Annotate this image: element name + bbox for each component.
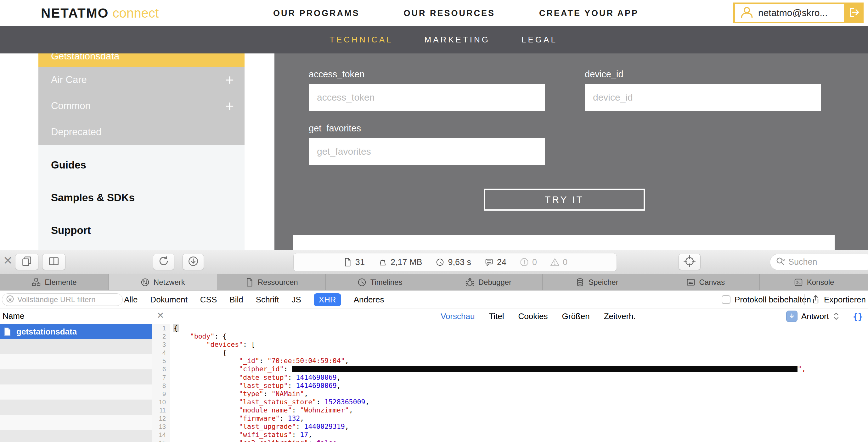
access-token-input[interactable]: [309, 84, 545, 111]
sidebar-item-support[interactable]: Support: [38, 214, 245, 247]
code-token: "last_upgrade": [239, 422, 296, 430]
json-preview[interactable]: 1{2 "body": {3 "devices": [4 {5 "_id": "…: [152, 324, 868, 442]
resource-stats: 312,17 MB9,63 s2400: [293, 253, 617, 271]
split-view-button[interactable]: [42, 254, 65, 270]
export-button[interactable]: Exportieren: [811, 291, 866, 308]
doc-nav: TECHNICALMARKETINGLEGAL: [0, 26, 868, 54]
code-token: [174, 398, 239, 406]
detach-inspector-button[interactable]: [15, 254, 38, 270]
code-line: 9 "type": "NAMain",: [152, 390, 868, 398]
sidebar-item-getstationsdata[interactable]: Getstationsdata: [38, 54, 245, 67]
inspector-search: [770, 254, 868, 270]
code-token: [174, 340, 207, 348]
netatmo-logo[interactable]: NETATMOconnect: [41, 6, 159, 21]
preserve-log-checkbox[interactable]: [722, 295, 731, 304]
download-button[interactable]: [183, 254, 204, 270]
plus-icon[interactable]: +: [225, 99, 234, 113]
response-tab-cookies[interactable]: Cookies: [518, 311, 548, 321]
sidebar-item-guides[interactable]: Guides: [38, 149, 245, 181]
network-filter-bar: AlleDokumentCSSBildSchriftJSXHRAnderes P…: [0, 291, 868, 308]
filter-chip-css[interactable]: CSS: [200, 295, 217, 305]
inspector-tab-debugger[interactable]: Debugger: [434, 274, 543, 290]
code-token: [174, 382, 239, 389]
doc-tab-marketing[interactable]: MARKETING: [424, 35, 490, 45]
request-list-stripes: [0, 339, 152, 442]
inspector-tab-console[interactable]: Konsole: [760, 274, 868, 290]
get-favorites-input[interactable]: [309, 138, 545, 165]
code-line: 4 {: [152, 349, 868, 357]
logout-button[interactable]: [844, 4, 862, 22]
code-token: {: [174, 349, 226, 356]
code-token: ,: [308, 431, 312, 439]
filter-chip-schrift[interactable]: Schrift: [256, 295, 279, 305]
filter-chip-anderes[interactable]: Anderes: [354, 295, 384, 305]
response-selector-label: Antwort: [801, 311, 829, 321]
response-tab-zeitverh[interactable]: Zeitverh.: [604, 311, 636, 321]
filter-chip-bild[interactable]: Bild: [229, 295, 243, 305]
inspector-tab-label: Speicher: [589, 278, 618, 287]
doc-tab-legal[interactable]: LEGAL: [522, 35, 557, 45]
request-name: getstationsdata: [17, 327, 77, 337]
doc-tab-technical[interactable]: TECHNICAL: [330, 35, 393, 45]
nav-link[interactable]: CREATE YOUR APP: [539, 8, 639, 18]
code-token: ,: [304, 390, 308, 398]
stat-value: 0: [532, 258, 537, 267]
try-it-button[interactable]: TRY IT: [484, 189, 645, 211]
code-token: "type": [239, 390, 264, 398]
code-token: [174, 414, 239, 422]
line-number: 1: [152, 324, 170, 332]
inspector-tab-storage[interactable]: Speicher: [542, 274, 651, 290]
response-tab-vorschau[interactable]: Vorschau: [441, 311, 474, 321]
response-tab-titel[interactable]: Titel: [489, 311, 504, 321]
code-token: "devices": [207, 340, 243, 348]
response-tab-gren[interactable]: Größen: [562, 311, 590, 321]
code-token: "co2_calibrating": [239, 439, 308, 442]
code-token: [174, 422, 239, 430]
user-badge[interactable]: netatmo@skro...: [733, 2, 864, 23]
code-token: "module_name": [239, 406, 292, 414]
code-token: "wifi_status": [239, 431, 292, 439]
inspector-tab-network[interactable]: Netzwerk: [108, 274, 217, 290]
sidebar-item-samples-sdks[interactable]: Samples & SDKs: [38, 181, 245, 214]
plus-icon[interactable]: +: [225, 73, 234, 87]
sidebar-group-item[interactable]: Common+: [38, 93, 245, 119]
code-text: "firmware": 132,: [170, 414, 304, 422]
line-number: 15: [152, 439, 170, 442]
filter-chip-xhr[interactable]: XHR: [314, 293, 341, 306]
api-try-panel: access_token device_id get_favorites TRY…: [274, 54, 868, 250]
element-picker-button[interactable]: [679, 254, 701, 270]
code-token: : {: [214, 332, 226, 340]
stat-triangle: 0: [550, 258, 567, 267]
sidebar-group-item[interactable]: Deprecated: [38, 119, 245, 145]
stat-value: 9,63 s: [448, 258, 471, 267]
user-badge-inner: netatmo@skro...: [735, 4, 844, 22]
inspector-search-input[interactable]: [788, 257, 855, 267]
reload-page-button[interactable]: [153, 254, 174, 270]
crosshair-icon: [683, 254, 696, 269]
sidebar-group-item[interactable]: Air Care+: [38, 67, 245, 93]
request-row-getstationsdata[interactable]: getstationsdata: [0, 324, 152, 339]
code-token: :: [288, 382, 296, 389]
url-filter-input[interactable]: [17, 295, 115, 304]
nav-link[interactable]: OUR PROGRAMS: [273, 8, 360, 18]
filter-chip-alle[interactable]: Alle: [124, 295, 137, 305]
filter-chip-js[interactable]: JS: [291, 295, 301, 305]
inspector-close-icon[interactable]: ✕: [3, 255, 12, 266]
close-detail-icon[interactable]: ✕: [157, 311, 164, 320]
line-number: 14: [152, 431, 170, 439]
device-id-input[interactable]: [585, 84, 821, 111]
pretty-print-toggle[interactable]: {}: [852, 311, 863, 321]
filter-chip-dokument[interactable]: Dokument: [150, 295, 188, 305]
code-token: "70:ee:50:04:59:04": [268, 357, 345, 365]
inspector-tab-elements[interactable]: Elemente: [0, 274, 108, 290]
nav-link[interactable]: OUR RESOURCES: [404, 8, 495, 18]
inspector-tab-label: Canvas: [699, 278, 725, 287]
code-token: [174, 439, 239, 442]
user-email: netatmo@skro...: [758, 7, 828, 18]
inspector-tab-timelines[interactable]: Timelines: [326, 274, 434, 290]
code-token: ",: [798, 365, 806, 373]
code-token: "Wohnzimmer": [300, 406, 349, 414]
response-selector[interactable]: Antwort: [786, 308, 840, 324]
inspector-tab-resources[interactable]: Ressourcen: [217, 274, 326, 290]
inspector-tab-canvas[interactable]: Canvas: [651, 274, 760, 290]
